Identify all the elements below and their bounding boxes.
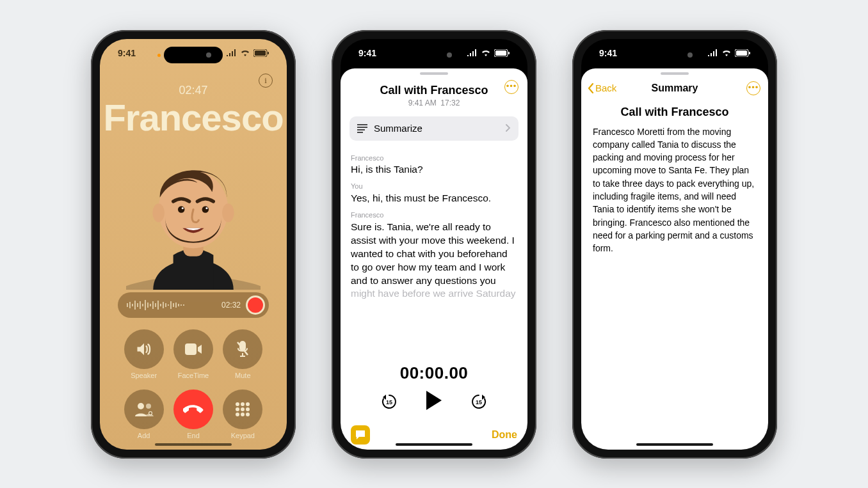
home-indicator[interactable] bbox=[636, 443, 713, 446]
cell-signal-icon bbox=[707, 49, 718, 56]
mute-label: Mute bbox=[235, 372, 250, 379]
svg-point-47 bbox=[246, 402, 250, 406]
chevron-left-icon bbox=[588, 83, 594, 93]
transcript-title: Call with Francesco bbox=[341, 84, 527, 97]
more-button[interactable]: ••• bbox=[504, 80, 518, 94]
call-duration: 02:47 bbox=[100, 84, 287, 97]
skip-back-button[interactable]: 15 bbox=[380, 392, 399, 411]
phone-summary: 9:41 Back Summary ••• Call with Francesc… bbox=[572, 30, 777, 459]
svg-point-48 bbox=[236, 407, 239, 411]
transcript-body[interactable]: Francesco Hi, is this Tania? You Yes, hi… bbox=[341, 141, 527, 359]
end-label: End bbox=[187, 432, 200, 439]
status-time: 9:41 bbox=[118, 48, 136, 58]
sheet-grabber[interactable] bbox=[420, 72, 448, 75]
skip-forward-button[interactable]: 15 bbox=[469, 392, 488, 411]
svg-rect-1 bbox=[255, 51, 266, 56]
svg-point-51 bbox=[236, 413, 239, 416]
svg-rect-2 bbox=[268, 52, 269, 54]
svg-point-7 bbox=[222, 203, 234, 222]
speaker-label: Francesco bbox=[351, 153, 517, 163]
svg-rect-55 bbox=[495, 51, 506, 56]
svg-point-49 bbox=[241, 407, 245, 411]
status-time: 9:41 bbox=[599, 48, 617, 58]
svg-point-61 bbox=[362, 433, 363, 434]
svg-point-50 bbox=[246, 407, 250, 411]
home-indicator[interactable] bbox=[396, 443, 472, 446]
utterance: Hi, is this Tania? bbox=[351, 163, 517, 177]
cell-signal-icon bbox=[467, 49, 478, 56]
svg-text:15: 15 bbox=[476, 399, 482, 405]
svg-point-40 bbox=[138, 403, 144, 409]
phone-call: 9:41 i 02:47 Francesco bbox=[91, 30, 296, 459]
summary-title: Call with Francesco bbox=[581, 106, 768, 119]
wifi-icon bbox=[240, 49, 250, 56]
waveform-icon bbox=[125, 299, 216, 311]
phone-transcript: 9:41 ••• Call with Francesco 9:41 AM 17:… bbox=[332, 30, 536, 459]
back-label: Back bbox=[595, 83, 616, 93]
record-button[interactable] bbox=[246, 295, 265, 315]
transcript-chat-button[interactable] bbox=[351, 425, 370, 445]
facetime-button[interactable] bbox=[173, 329, 213, 369]
keypad-button[interactable] bbox=[223, 390, 262, 429]
svg-point-6 bbox=[152, 203, 165, 222]
summarize-icon bbox=[357, 124, 367, 133]
add-button[interactable] bbox=[124, 390, 164, 429]
svg-point-10 bbox=[202, 206, 209, 212]
cell-signal-icon bbox=[226, 49, 237, 56]
svg-point-53 bbox=[246, 413, 250, 416]
play-button[interactable] bbox=[424, 390, 444, 414]
recording-time: 02:32 bbox=[221, 301, 241, 310]
svg-point-9 bbox=[182, 207, 184, 209]
playback-time: 00:00.00 bbox=[341, 363, 527, 383]
contact-avatar bbox=[100, 143, 287, 290]
add-label: Add bbox=[138, 432, 150, 439]
dynamic-island bbox=[164, 47, 223, 63]
nav-title: Summary bbox=[652, 83, 698, 94]
wifi-icon bbox=[481, 49, 491, 56]
speaker-label: You bbox=[351, 182, 517, 191]
svg-rect-35 bbox=[185, 343, 197, 355]
svg-point-52 bbox=[241, 413, 245, 416]
info-button[interactable]: i bbox=[259, 74, 273, 88]
sheet-grabber[interactable] bbox=[661, 72, 689, 75]
svg-rect-64 bbox=[749, 52, 750, 54]
status-time: 9:41 bbox=[358, 48, 376, 58]
end-call-button[interactable] bbox=[173, 390, 213, 429]
battery-icon bbox=[494, 49, 510, 57]
dynamic-island bbox=[405, 47, 463, 63]
svg-point-59 bbox=[358, 433, 359, 434]
svg-point-8 bbox=[178, 206, 184, 212]
speaker-button[interactable] bbox=[124, 329, 164, 369]
summarize-label: Summarize bbox=[374, 123, 422, 134]
transcript-subtitle: 9:41 AM 17:32 bbox=[341, 98, 527, 107]
battery-icon bbox=[735, 49, 750, 57]
summary-body: Francesco Moretti from the moving compan… bbox=[581, 119, 768, 262]
chevron-right-icon bbox=[506, 123, 511, 134]
home-indicator[interactable] bbox=[155, 443, 232, 446]
back-button[interactable]: Back bbox=[588, 83, 616, 93]
more-button[interactable]: ••• bbox=[746, 81, 760, 95]
svg-point-41 bbox=[146, 404, 151, 409]
utterance: Yes, hi, this must be Francesco. bbox=[351, 192, 517, 205]
dynamic-island bbox=[645, 47, 704, 63]
utterance: Sure is. Tania, we're all ready to assis… bbox=[351, 221, 517, 301]
speaker-label: Francesco bbox=[351, 210, 517, 220]
keypad-label: Keypad bbox=[231, 432, 255, 439]
mute-button[interactable] bbox=[223, 329, 262, 369]
recording-pill[interactable]: 02:32 bbox=[118, 292, 269, 318]
summarize-button[interactable]: Summarize bbox=[350, 116, 518, 141]
svg-point-46 bbox=[241, 402, 245, 406]
wifi-icon bbox=[721, 49, 732, 56]
svg-point-60 bbox=[360, 433, 361, 434]
facetime-label: FaceTime bbox=[178, 372, 209, 379]
caller-name: Francesco bbox=[100, 96, 287, 139]
svg-text:15: 15 bbox=[386, 399, 392, 405]
svg-point-11 bbox=[205, 207, 207, 209]
svg-rect-63 bbox=[736, 51, 747, 56]
battery-icon bbox=[253, 49, 269, 57]
svg-point-45 bbox=[236, 402, 239, 406]
svg-rect-56 bbox=[508, 52, 510, 54]
speaker-label: Speaker bbox=[131, 372, 157, 379]
done-button[interactable]: Done bbox=[492, 429, 517, 441]
